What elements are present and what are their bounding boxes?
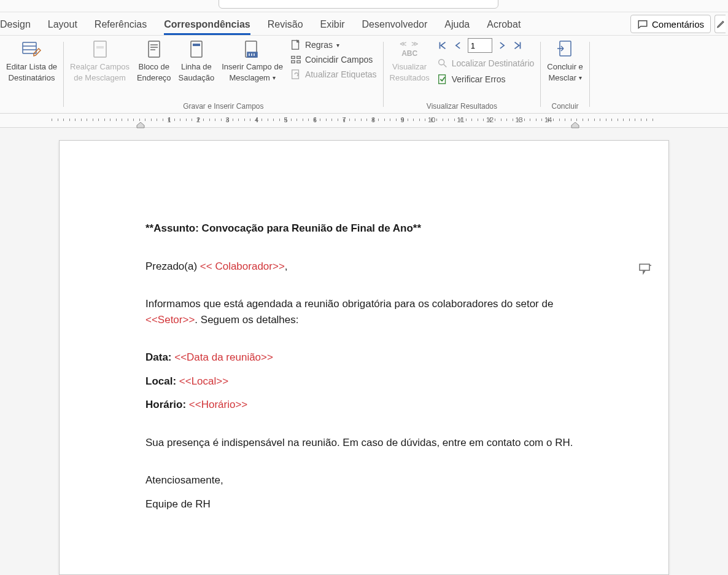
address-block-label: Bloco de Endereço <box>137 61 171 83</box>
document-area[interactable]: **Assunto: Convocação para Reunião de Fi… <box>0 128 728 575</box>
salutation-suffix: , <box>285 260 288 272</box>
subject-line: **Assunto: Convocação para Reunião de Fi… <box>145 221 583 237</box>
tab-help[interactable]: Ajuda <box>436 15 478 35</box>
ribbon-group-preview: ≪ ≫ ABC Visualizar Resultados Localizar … <box>384 36 541 113</box>
greeting-line-label: Linha de Saudação <box>179 61 215 83</box>
ribbon-group-finish-label: Concluir <box>543 102 587 113</box>
ribbon-tabs: Design Layout Referências Correspondênci… <box>0 12 728 36</box>
closing-line: Atenciosamente, <box>145 472 583 488</box>
finish-merge-label: Concluir e Mesclar ▾ <box>547 61 583 83</box>
ruler-number: 11 <box>457 116 465 123</box>
tab-view[interactable]: Exibir <box>312 15 354 35</box>
comments-button[interactable]: Comentários <box>630 15 711 33</box>
salutation-prefix: Prezado(a) <box>145 260 200 272</box>
detail-data-line: Data: <<Data da reunião>> <box>145 350 583 366</box>
finish-merge-button[interactable]: Concluir e Mesclar ▾ <box>543 37 587 84</box>
chevron-down-icon: ▾ <box>579 74 582 82</box>
local-label: Local: <box>145 375 179 387</box>
ruler-number: 10 <box>428 116 435 123</box>
body-paragraph-2: Sua presença é indispensável na reunião.… <box>145 435 583 451</box>
svg-rect-19 <box>292 61 295 63</box>
ribbon-divider <box>589 42 590 107</box>
svg-rect-5 <box>149 41 160 57</box>
next-record-icon[interactable] <box>497 40 507 51</box>
check-errors-button[interactable]: Verificar Erros <box>433 70 538 86</box>
check-errors-icon <box>437 74 448 85</box>
ribbon-group-write-insert-label: Gravar e Inserir Campos <box>66 102 381 113</box>
data-label: Data: <box>145 351 174 363</box>
rules-icon <box>290 39 301 50</box>
merge-field-data: <<Data da reunião>> <box>174 351 273 363</box>
ribbon-group-finish: Concluir e Mesclar ▾ Concluir <box>541 36 589 113</box>
tab-references[interactable]: Referências <box>86 15 155 35</box>
svg-marker-29 <box>571 122 579 128</box>
ruler-indent-marker[interactable] <box>136 122 145 128</box>
greeting-line-button[interactable]: Linha de Saudação <box>175 37 219 84</box>
ribbon-group-write-insert: Realçar Campos de Mesclagem Bloco de End… <box>64 36 383 113</box>
tab-review[interactable]: Revisão <box>259 15 312 35</box>
svg-rect-9 <box>191 41 202 57</box>
chevron-down-icon: ▾ <box>273 74 276 82</box>
merge-field-local: <<Local>> <box>179 375 228 387</box>
update-labels-label: Atualizar Etiquetas <box>305 69 377 79</box>
rules-button[interactable]: Regras ▾ <box>290 39 377 50</box>
horario-label: Horário: <box>145 399 189 410</box>
ruler-number: 12 <box>486 116 494 123</box>
svg-rect-26 <box>438 75 445 84</box>
record-number-input[interactable] <box>468 38 492 53</box>
match-fields-label: Coincidir Campos <box>305 55 373 65</box>
tab-mailings[interactable]: Correspondências <box>155 15 258 35</box>
editing-mode-button[interactable] <box>714 15 726 33</box>
svg-line-25 <box>443 65 446 68</box>
search-box-outline[interactable] <box>219 0 498 9</box>
body1-prefix: Informamos que está agendada a reunião o… <box>145 298 553 310</box>
ribbon: Editar Lista de Destinatários Realçar Ca… <box>0 36 728 113</box>
insert-merge-field-icon <box>244 40 261 58</box>
address-block-button[interactable]: Bloco de Endereço <box>133 37 175 84</box>
ruler-number: 7 <box>343 116 346 123</box>
svg-point-24 <box>438 60 444 65</box>
body1-suffix: . Seguem os detalhes: <box>195 314 298 326</box>
last-record-icon[interactable] <box>512 40 523 51</box>
tab-developer[interactable]: Desenvolvedor <box>354 15 436 35</box>
match-fields-button[interactable]: Coincidir Campos <box>290 54 377 65</box>
ruler-number: 6 <box>313 116 317 123</box>
find-recipient-button: Localizar Destinatário <box>433 57 538 70</box>
tab-acrobat[interactable]: Acrobat <box>478 15 529 35</box>
detail-horario-line: Horário: <<Horário>> <box>145 397 583 413</box>
check-errors-label: Verificar Erros <box>452 74 506 84</box>
svg-rect-20 <box>297 61 300 63</box>
comment-icon <box>637 18 648 29</box>
svg-rect-30 <box>640 264 649 270</box>
update-labels-icon <box>290 69 301 80</box>
ruler-number: 13 <box>516 116 523 123</box>
first-record-icon[interactable] <box>437 40 448 51</box>
merge-field-colaborador: << Colaborador>> <box>200 260 285 272</box>
ribbon-group-start-label <box>2 102 61 113</box>
edit-recipient-list-button[interactable]: Editar Lista de Destinatários <box>2 37 61 84</box>
svg-rect-0 <box>23 42 36 53</box>
ruler-number: 2 <box>196 116 200 123</box>
preview-results-label: Visualizar Resultados <box>390 61 430 83</box>
comment-indicator-icon[interactable] <box>639 264 651 275</box>
svg-rect-4 <box>96 46 104 49</box>
previous-record-icon[interactable] <box>453 40 463 51</box>
svg-rect-21 <box>292 70 299 79</box>
preview-results-button: ≪ ≫ ABC Visualizar Resultados <box>386 37 433 84</box>
ruler-right-indent-marker[interactable] <box>571 122 579 128</box>
rules-label: Regras <box>305 40 333 50</box>
tab-layout[interactable]: Layout <box>39 15 86 35</box>
title-bar <box>0 0 728 12</box>
insert-merge-field-button[interactable]: Inserir Campo de Mesclagem ▾ <box>218 37 287 84</box>
highlight-merge-fields-icon <box>91 40 109 58</box>
finish-merge-icon <box>556 40 575 58</box>
find-recipient-icon <box>437 58 448 69</box>
ribbon-group-preview-label: Visualizar Resultados <box>386 102 538 113</box>
svg-rect-10 <box>193 44 200 46</box>
signature-line: Equipe de RH <box>145 496 583 512</box>
merge-field-horario: <<Horário>> <box>189 399 247 410</box>
body-paragraph-1: Informamos que está agendada a reunião o… <box>145 296 583 327</box>
update-labels-button: Atualizar Etiquetas <box>290 69 377 80</box>
horizontal-ruler[interactable]: 1234567891011121314 <box>0 113 728 128</box>
tab-design[interactable]: Design <box>0 15 39 35</box>
